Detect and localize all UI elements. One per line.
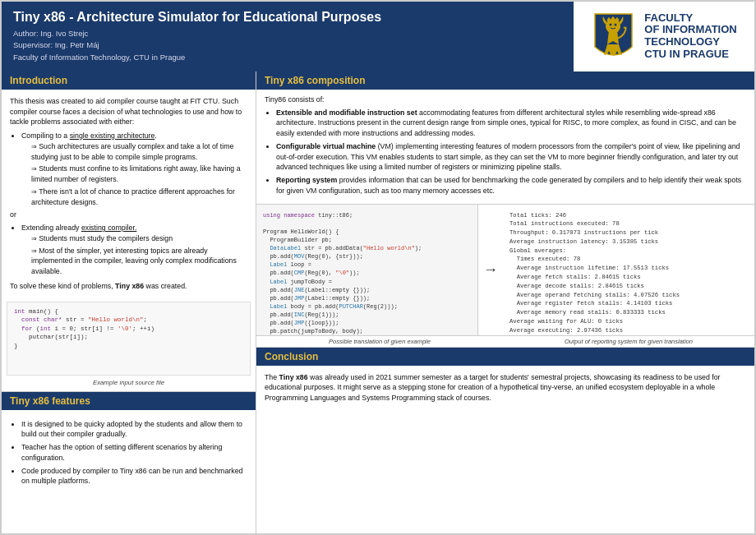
intro-section-header: Introduction <box>2 71 256 90</box>
intro-arrow1c: There isn't a lot of chance to practice … <box>31 187 247 208</box>
intro-or: or <box>10 210 247 220</box>
intro-conclusion: To solve these kind of problems, Tiny x8… <box>10 281 247 292</box>
conclusion-section-body: The Tiny x86 was already used in 2021 su… <box>256 366 754 410</box>
poster-title: Tiny x86 - Architecture Simulator for Ed… <box>13 10 562 25</box>
features-section: Tiny x86 features It is designed to be q… <box>2 392 256 534</box>
intro-arrow-list1: Such architectures are usually complex a… <box>31 141 247 208</box>
intro-list: Compiling to a single existing architect… <box>21 131 247 207</box>
logo-lion-icon <box>591 10 636 63</box>
composition-list: Extensible and modifiable instruction se… <box>276 108 746 196</box>
composition-item2-text: provides information that can be used fo… <box>276 176 741 195</box>
intro-arrow-list2: Students must study the compilers design… <box>31 233 247 277</box>
svg-point-1 <box>610 23 612 25</box>
right-column: Tiny x86 composition Tiny86 consists of:… <box>256 71 754 533</box>
composition-item-0: Extensible and modifiable instruction se… <box>276 108 746 139</box>
intro-section: Introduction This thesis was created to … <box>2 71 256 392</box>
header-left: Tiny x86 - Architecture Simulator for Ed… <box>2 2 574 71</box>
header: Tiny x86 - Architecture Simulator for Ed… <box>2 2 754 71</box>
header-logo: FACULTY OF INFORMATION TECHNOLOGY CTU IN… <box>574 2 754 71</box>
features-list: It is designed to be quicky adopted by t… <box>21 419 247 487</box>
translation-area: using namespace tiny::t86; Program Hello… <box>256 205 754 336</box>
translation-code: using namespace tiny::t86; Program Hello… <box>256 205 478 335</box>
features-section-body: It is designed to be quicky adopted by t… <box>2 410 256 496</box>
intro-section-body: This thesis was created to aid compiler … <box>2 90 256 298</box>
intro-arrow2b: Most of the simpler, yet interesting top… <box>31 246 247 277</box>
logo-faculty-line1: FACULTY OF INFORMATION TECHNOLOGY CTU IN… <box>644 12 736 62</box>
translation-caption-left: Possible translation of given example <box>256 336 503 347</box>
translation-captions: Possible translation of given example Ou… <box>256 336 754 348</box>
composition-intro: Tiny86 consists of: <box>265 95 746 105</box>
intro-code-block: int main() { const char* str = "Hello wo… <box>7 302 251 376</box>
features-section-header: Tiny x86 features <box>2 392 256 410</box>
intro-bullet1: Compiling to a single existing architect… <box>21 131 247 207</box>
svg-point-2 <box>615 23 617 25</box>
intro-arrow2a: Students must study the compilers design <box>31 233 247 244</box>
composition-section-body: Tiny86 consists of: Extensible and modif… <box>256 90 754 204</box>
translation-caption-right: Output of reporting system for given tra… <box>503 336 754 347</box>
left-column: Introduction This thesis was created to … <box>2 71 256 533</box>
conclusion-text: The Tiny x86 was already used in 2021 su… <box>265 372 746 404</box>
feature-item-0: It is designed to be quicky adopted by t… <box>21 419 247 440</box>
intro-arrow1b: Students must confine to its limitations… <box>31 164 247 185</box>
translation-arrow-icon: → <box>478 205 503 335</box>
translation-stats: Total ticks: 246 Total instructions exec… <box>503 205 754 335</box>
logo-text: FACULTY OF INFORMATION TECHNOLOGY CTU IN… <box>644 12 736 62</box>
composition-item1-label: Configurable virtual machine <box>276 142 376 150</box>
composition-section: Tiny x86 composition Tiny86 consists of:… <box>256 71 754 205</box>
feature-item-2: Code produced by compiler to Tiny x86 ca… <box>21 466 247 487</box>
body: Introduction This thesis was created to … <box>2 71 754 533</box>
feature-item-1: Teacher has the option of setting differ… <box>21 442 247 464</box>
header-author: Author: Ing. Ivo Strejc Supervisor: Ing.… <box>13 28 562 63</box>
conclusion-section: Conclusion The Tiny x86 was already used… <box>256 348 754 534</box>
composition-section-header: Tiny x86 composition <box>256 71 754 90</box>
intro-arrow1a: Such architectures are usually complex a… <box>31 141 247 163</box>
conclusion-section-header: Conclusion <box>256 348 754 366</box>
composition-item-2: Reporting system provides information th… <box>276 175 746 196</box>
poster: Tiny x86 - Architecture Simulator for Ed… <box>0 0 756 535</box>
composition-item-1: Configurable virtual machine (VM) implem… <box>276 141 746 173</box>
composition-item2-label: Reporting system <box>276 176 337 184</box>
intro-bullet2: Extending already existing compiler. Stu… <box>21 223 247 277</box>
composition-item0-label: Extensible and modifiable instruction se… <box>276 108 417 117</box>
intro-list2: Extending already existing compiler. Stu… <box>21 223 247 277</box>
intro-code-caption: Example input source file <box>7 379 251 386</box>
intro-text1: This thesis was created to aid compiler … <box>10 96 247 127</box>
